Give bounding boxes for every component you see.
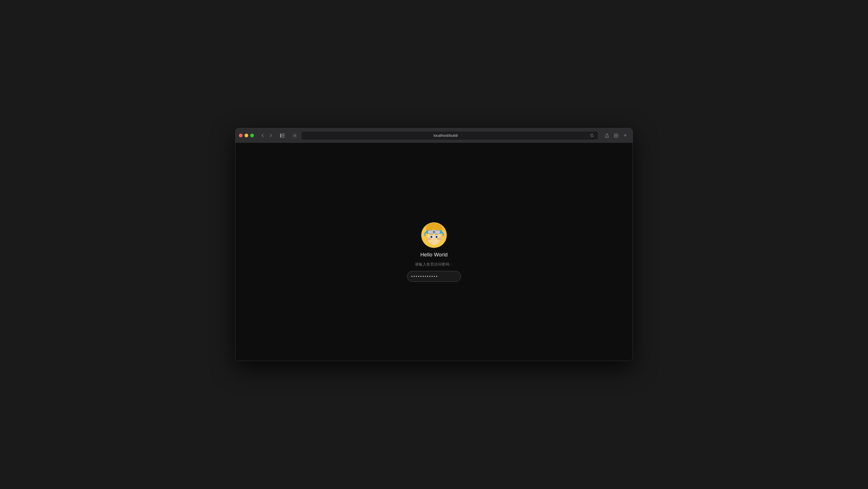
address-bar[interactable]: localhost/build/ [301,131,598,140]
svg-point-28 [431,236,432,236]
svg-rect-1 [282,134,285,135]
svg-rect-3 [282,137,285,138]
forward-button[interactable] [267,132,275,140]
maximize-button[interactable] [250,134,254,137]
browser-content: Hello World 请输入首页访问密码： [236,143,632,361]
password-prompt-label: 请输入首页访问密码： [415,262,453,267]
login-container: Hello World 请输入首页访问密码： [407,222,461,282]
svg-point-29 [437,236,437,236]
sidebar-toggle-button[interactable] [278,132,286,140]
avatar [421,222,447,248]
svg-point-36 [433,239,435,239]
nav-buttons [258,132,275,140]
url-text: localhost/build/ [305,133,587,138]
browser-window: localhost/build/ [235,128,633,361]
address-bar-area: localhost/build/ [291,131,598,140]
password-form [407,271,461,282]
toolbar-right: + [603,132,629,140]
close-button[interactable] [239,134,243,137]
minimize-button[interactable] [245,134,248,137]
add-button[interactable]: + [621,132,629,140]
traffic-lights [239,134,254,137]
new-tab-button[interactable] [612,132,620,140]
svg-rect-2 [282,135,285,136]
svg-point-5 [293,134,296,137]
reload-button[interactable] [589,133,595,139]
browser-chrome: localhost/build/ [236,128,632,143]
back-button[interactable] [258,132,267,140]
svg-rect-0 [280,134,281,138]
username-label: Hello World [421,252,447,258]
site-favicon [291,132,299,140]
password-input[interactable] [407,271,461,282]
share-button[interactable] [603,132,611,140]
